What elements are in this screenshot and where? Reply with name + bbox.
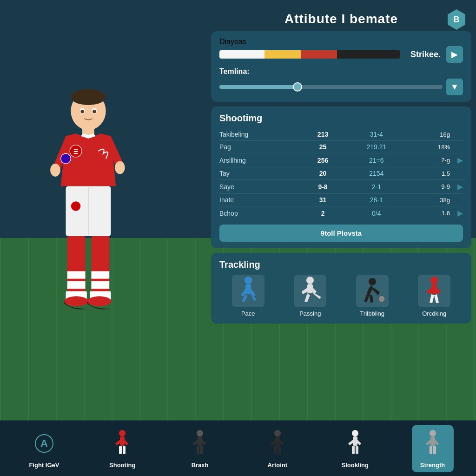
stat-val2: 219.21 [346, 143, 406, 151]
stat-val1: 31 [303, 196, 343, 204]
stat-name: Inate [219, 196, 299, 204]
svg-point-51 [430, 430, 436, 436]
svg-rect-17 [67, 271, 86, 278]
timing-row: Temlina: ▼ [219, 67, 463, 95]
full-provsta-button[interactable]: 9toll Plovsta [219, 225, 463, 242]
nav-label-fight: Fight IGeV [29, 462, 59, 469]
tracking-title: Trackling [219, 259, 463, 270]
svg-rect-37 [119, 446, 122, 454]
passing-image [294, 275, 326, 307]
stat-val3: 1.5 [410, 170, 450, 177]
nav-item-slookling[interactable]: Slookling [334, 425, 376, 472]
svg-rect-38 [123, 446, 126, 454]
nav-item-fight[interactable]: A Fight IGeV [22, 425, 66, 472]
stat-val1: 2 [303, 210, 343, 217]
svg-rect-45 [274, 446, 277, 454]
svg-point-12 [115, 161, 125, 174]
down-arrow-button[interactable]: ▼ [446, 79, 463, 95]
stat-val2: 28-1 [346, 196, 406, 204]
tracking-item-defending[interactable]: Orcdking [406, 275, 463, 317]
nav-item-strength[interactable]: Strength [412, 425, 454, 472]
stats-table: Takibeling 213 31-4 16g Pag 25 219.21 18… [219, 128, 463, 220]
title-bar: Attibute I bemate B [211, 5, 471, 31]
dribbling-image [356, 275, 389, 307]
display-row: Strikee. ▶ [219, 46, 463, 63]
nav-item-shooting[interactable]: Shooting [101, 425, 143, 472]
nav-figure-brain [187, 429, 213, 459]
display-panel: Diayeas Strikee. ▶ Temlina: ▼ [211, 31, 471, 102]
shooting-panel: Shootimg Takibeling 213 31-4 16g Pag 25 … [211, 106, 471, 248]
row-arrow-icon[interactable]: ▶ [454, 182, 463, 191]
svg-rect-28 [245, 284, 251, 294]
defending-image [418, 275, 450, 307]
right-panel: Attibute I bemate B Diayeas Strikee. ▶ T… [211, 5, 471, 465]
stat-val3: 16g [410, 131, 450, 138]
svg-rect-18 [67, 281, 86, 289]
next-arrow-button[interactable]: ▶ [446, 46, 463, 63]
svg-rect-50 [356, 446, 358, 454]
row-arrow-icon[interactable]: ▶ [454, 209, 463, 218]
svg-rect-40 [198, 436, 202, 446]
tracking-label-dribbling: Trilbbling [360, 310, 384, 317]
svg-point-39 [197, 430, 203, 436]
nav-figure-shooting [110, 429, 135, 459]
stat-val3: 38g [410, 197, 450, 204]
color-segment-4 [337, 50, 400, 59]
svg-point-15 [71, 201, 81, 212]
svg-point-11 [50, 164, 60, 177]
stat-name: Tay [219, 170, 299, 177]
nav-item-artoint[interactable]: Artoint [257, 425, 298, 472]
svg-point-33 [430, 277, 438, 284]
svg-point-5 [93, 110, 96, 113]
table-row: Saye 9-8 2-1 9-9 ▶ [219, 180, 463, 194]
tracking-item-passing[interactable]: Passing [282, 275, 339, 317]
table-row: Pag 25 219.21 18% [219, 141, 463, 153]
nav-item-brain[interactable]: Braxh [179, 425, 221, 472]
stat-val2: 2-1 [346, 183, 406, 191]
stat-val3: 18% [410, 144, 450, 151]
stat-val1: 256 [303, 157, 343, 164]
svg-point-32 [378, 296, 385, 302]
stat-val1: 20 [303, 170, 343, 177]
svg-rect-54 [433, 446, 436, 454]
color-segment-2 [264, 50, 301, 59]
svg-point-24 [64, 296, 88, 306]
tracking-item-dribbling[interactable]: Trilbbling [344, 275, 401, 317]
tracking-section: Trackling Pace [211, 253, 471, 324]
stat-val3: 9-9 [410, 183, 450, 190]
stat-name: Pag [219, 143, 299, 151]
stat-val2: 0/4 [346, 210, 406, 217]
nav-figure-strength [420, 429, 445, 459]
stat-val1: 25 [303, 143, 343, 151]
nav-label-shooting: Shooting [109, 462, 135, 469]
svg-rect-9 [74, 151, 78, 152]
svg-point-26 [61, 153, 71, 164]
svg-rect-36 [120, 436, 125, 446]
svg-rect-20 [91, 271, 109, 278]
color-bar [219, 50, 400, 59]
nav-label-strength: Strength [420, 462, 445, 469]
row-arrow-icon[interactable]: ▶ [454, 156, 463, 165]
striker-label: Strikee. [410, 50, 441, 60]
stat-val1: 213 [303, 131, 343, 138]
svg-rect-30 [307, 284, 313, 293]
svg-point-1 [71, 89, 106, 105]
tracking-item-pace[interactable]: Pace [219, 275, 277, 317]
player-figure [37, 86, 139, 346]
slider-track[interactable] [219, 85, 443, 89]
svg-point-4 [80, 110, 84, 113]
pace-image [232, 275, 264, 307]
svg-rect-49 [352, 446, 355, 454]
stat-name: Takibeling [219, 131, 299, 138]
nav-figure-fight: A [31, 429, 57, 459]
stat-name: Saye [219, 183, 299, 191]
svg-rect-41 [197, 446, 199, 454]
slider-thumb[interactable] [293, 82, 302, 92]
stat-name: Arsillhing [219, 157, 299, 164]
svg-point-25 [87, 296, 112, 306]
table-row: Inate 31 28-1 38g [219, 194, 463, 206]
stat-name: Bchop [219, 210, 299, 217]
stat-val3: 1.6 [410, 210, 450, 217]
page-title: Attibute I bemate [211, 12, 471, 26]
svg-point-29 [306, 277, 314, 284]
